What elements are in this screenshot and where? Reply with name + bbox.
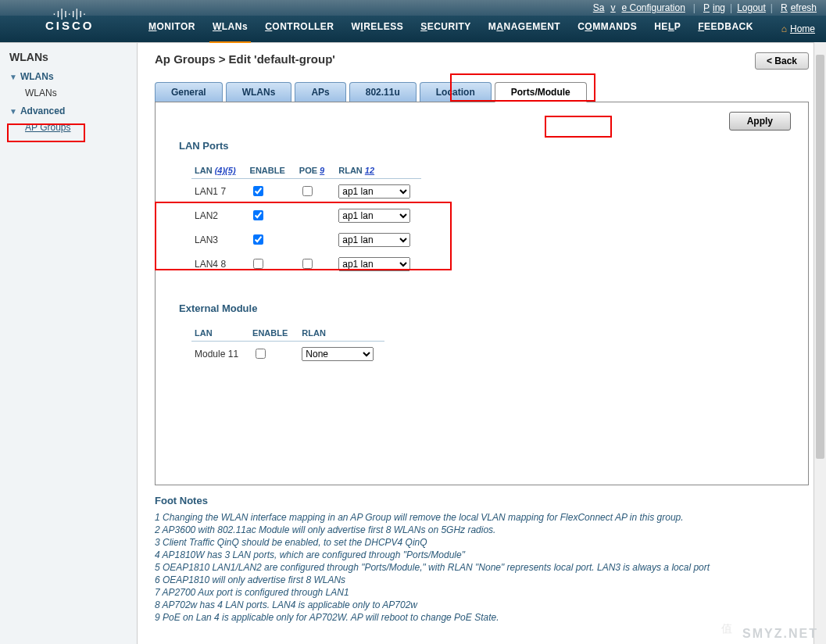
refresh-link[interactable]: Refresh [778,2,817,13]
utility-bar: Save Configuration | Ping | Logout | Ref… [0,0,826,16]
table-row: LAN3ap1 lan [191,227,421,252]
footnote: 3 Client Traffic QinQ should be enabled,… [155,536,809,549]
ping-link[interactable]: Ping [700,2,725,13]
apply-button[interactable]: Apply [729,112,791,131]
lan1-enable-checkbox[interactable] [253,186,263,196]
tab-panel: Apply LAN Ports LAN (4)(5) ENABLE POE 9 … [155,102,809,485]
module-rlan-select[interactable]: None [302,347,374,361]
footnote: 8 AP702w has 4 LAN ports. LAN4 is applic… [155,599,809,611]
menu-feedback[interactable]: FEEDBACK [698,21,753,37]
footnote-link[interactable]: 9 [320,166,324,175]
tab-80211u[interactable]: 802.11u [349,82,417,102]
chevron-down-icon: ▼ [9,107,17,116]
lan4-rlan-select[interactable]: ap1 lan [338,257,410,271]
tab-aps[interactable]: APs [295,82,345,102]
menu-commands[interactable]: COMMANDS [577,21,637,37]
table-row: LAN4 8ap1 lan [191,252,421,276]
footnote-link[interactable]: 7 [220,186,226,197]
main-menu: MONITOR WLANs CONTROLLER WIRELESS SECURI… [148,21,753,37]
sidebar-item-ap-groups[interactable]: AP Groups [25,120,137,135]
external-module-table: LAN ENABLE RLAN Module 11 None [191,328,384,366]
scroll-thumb[interactable] [816,55,824,459]
sidebar: WLANs ▼WLANs WLANs ▼Advanced AP Groups [0,43,138,644]
logout-link[interactable]: Logout [737,2,766,13]
lan1-rlan-select[interactable]: ap1 lan [338,184,410,199]
save-config-link[interactable]: Save Configuration [590,2,688,13]
menu-wlans[interactable]: WLANs [213,21,248,37]
footnote: 9 PoE on Lan 4 is applicable only for AP… [155,611,809,624]
menu-management[interactable]: MANAGEMENT [488,21,560,37]
chevron-down-icon: ▼ [9,73,17,81]
footnote: 2 AP3600 with 802.11ac Module will only … [155,524,809,536]
lan1-poe-checkbox[interactable] [302,186,313,196]
lan4-enable-checkbox[interactable] [253,259,263,269]
footnotes: Foot Notes 1 Changing the WLAN interface… [155,495,809,624]
tab-location[interactable]: Location [420,82,492,102]
table-row: LAN2ap1 lan [191,203,421,227]
scrollbar[interactable] [813,42,826,644]
footnote: 7 AP2700 Aux port is configured through … [155,586,809,599]
tab-wlans[interactable]: WLANs [226,82,292,102]
module-enable-checkbox[interactable] [256,349,266,359]
lan3-enable-checkbox[interactable] [253,234,263,245]
menu-wireless[interactable]: WIRELESS [351,21,403,37]
footnote-link[interactable]: (4)(5) [215,166,236,175]
menu-controller[interactable]: CONTROLLER [265,21,334,37]
sidebar-title: WLANs [9,51,137,63]
menu-help[interactable]: HELP [654,21,681,37]
sidebar-group-advanced[interactable]: ▼Advanced [9,106,137,116]
tab-bar: General WLANs APs 802.11u Location Ports… [155,80,809,102]
lan4-poe-checkbox[interactable] [302,259,313,269]
content: Ap Groups > Edit 'default-group' < Back … [138,43,826,644]
sidebar-group-wlans[interactable]: ▼WLANs [9,71,137,82]
table-row: LAN1 7ap1 lan [191,179,421,204]
footnotes-title: Foot Notes [155,495,809,506]
cisco-logo: ·ı|ı·ı|ı· CISCO [45,9,95,32]
tab-ports-module[interactable]: Ports/Module [495,82,587,102]
footnote: 1 Changing the WLAN interface mapping in… [155,511,809,524]
footnote-link[interactable]: 11 [228,349,238,360]
menu-security[interactable]: SECURITY [420,21,471,37]
footnote: 5 OEAP1810 LAN1/LAN2 are configured thro… [155,561,809,574]
section-lan-ports: LAN Ports [179,140,785,152]
lan2-rlan-select[interactable]: ap1 lan [338,209,410,223]
footnote: 6 OEAP1810 will only advertise first 8 W… [155,574,809,586]
tab-general[interactable]: General [155,82,223,102]
home-icon: ⌂ [781,23,787,34]
footnote-link[interactable]: 8 [220,259,226,270]
section-external-module: External Module [179,302,785,314]
navbar: ·ı|ı·ı|ı· CISCO MONITOR WLANs CONTROLLER… [0,16,826,42]
footnote-link[interactable]: 12 [365,166,374,175]
table-row: Module 11 None [191,342,384,367]
back-button[interactable]: < Back [755,52,809,70]
menu-monitor[interactable]: MONITOR [148,21,195,37]
lan2-enable-checkbox[interactable] [253,210,263,220]
sidebar-item-wlans[interactable]: WLANs [25,85,137,101]
lan3-rlan-select[interactable]: ap1 lan [338,233,410,247]
footnote: 4 AP1810W has 3 LAN ports, which are con… [155,549,809,561]
lan-ports-table: LAN (4)(5) ENABLE POE 9 RLAN 12 LAN1 7ap… [191,166,421,276]
page-title: Ap Groups > Edit 'default-group' [155,52,335,66]
home-link[interactable]: ⌂ Home [781,23,815,34]
